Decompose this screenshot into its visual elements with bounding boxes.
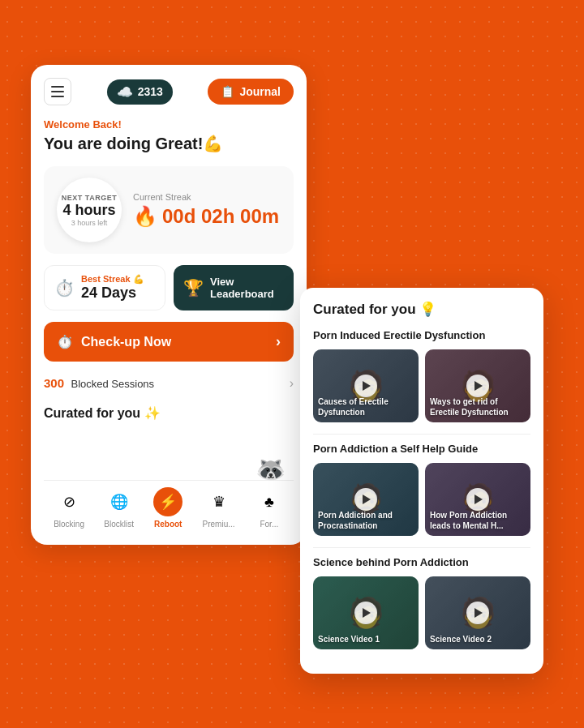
divider-2	[313, 547, 530, 548]
streak-box: NEXT TARGET 4 hours 3 hours left Current…	[44, 166, 294, 254]
video-overlay-3: Porn Addiction and Procrastination	[313, 463, 419, 536]
leaderboard-info: View Leaderboard	[210, 276, 284, 300]
video-title-5: Science Video 1	[318, 634, 414, 644]
menu-button[interactable]	[44, 78, 71, 105]
reboot-icon: ⚡	[159, 493, 177, 511]
video-card-selfhelp-2[interactable]: 🧔 How Porn Addiction leads to Mental H..…	[425, 463, 530, 536]
curated-panel-title: Curated for you 💡	[313, 301, 530, 318]
blocked-chevron: ›	[290, 376, 294, 391]
leaderboard-icon: 🏆	[183, 278, 204, 298]
play-triangle-3	[363, 495, 371, 504]
blocked-number: 300	[44, 376, 64, 390]
next-target-hours: 4 hours	[62, 202, 115, 219]
video-card-erectile-2[interactable]: 🧑 Ways to get rid of Erectile Dysfunctio…	[425, 349, 530, 422]
checkup-button[interactable]: ⏱️ Check-up Now ›	[44, 322, 294, 362]
coins-badge: ☁️ 2313	[107, 79, 173, 105]
video-grid-erectile: 🧑 Causes of Erectile Dysfunction 🧑 Ways	[313, 349, 530, 422]
video-overlay-4: How Porn Addiction leads to Mental H...	[425, 463, 530, 536]
raccoon-emoji: 🦝	[256, 455, 286, 483]
next-target-sub: 3 hours left	[71, 219, 108, 227]
nav-blocking[interactable]: ⊘ Blocking	[54, 487, 84, 529]
video-title-2: Ways to get rid of Erectile Dysfunction	[430, 396, 526, 418]
best-streak-card: ⏱️ Best Streak 💪 24 Days	[44, 265, 165, 310]
nav-reboot[interactable]: ⚡ Reboot	[153, 487, 182, 529]
video-card-science-2[interactable]: 🧑 Science Video 2	[425, 576, 530, 649]
blocklist-icon: 🌐	[110, 493, 128, 511]
coins-value: 2313	[138, 85, 163, 98]
clock-icon: ⏱️	[54, 278, 75, 298]
nav-forum[interactable]: ♣ For...	[255, 487, 284, 529]
section-erectile-title: Porn Induced Erectile Dysfunction	[313, 329, 530, 341]
curated-panel-title-text: Curated for you 💡	[313, 301, 436, 318]
curated-section-main: Curated for you ✨	[44, 405, 294, 421]
video-overlay-2: Ways to get rid of Erectile Dysfunction	[425, 349, 530, 422]
divider-1	[313, 434, 530, 435]
next-target-circle: NEXT TARGET 4 hours 3 hours left	[57, 178, 122, 242]
checkup-icon: ⏱️	[57, 334, 73, 349]
premium-icon-wrap: ♛	[204, 487, 234, 516]
welcome-text: Welcome Back!	[44, 118, 294, 131]
premium-icon: ♛	[213, 493, 225, 511]
journal-label: Journal	[239, 85, 281, 98]
best-streak-value: 24 Days	[81, 285, 144, 302]
leaderboard-label: View Leaderboard	[210, 276, 284, 300]
video-overlay-6: Science Video 2	[425, 576, 530, 649]
blocking-icon-wrap: ⊘	[54, 487, 84, 516]
curated-title-main: Curated for you ✨	[44, 405, 294, 421]
checkup-label: Check-up Now	[81, 335, 171, 349]
section-selfhelp-title: Porn Addiction a Self Help Guide	[313, 443, 530, 455]
video-title-1: Causes of Erectile Dysfunction	[318, 396, 414, 418]
video-title-3: Porn Addiction and Procrastination	[318, 510, 414, 531]
blocked-sessions-row: 300 Blocked Sessions ›	[44, 373, 294, 397]
nav-premium[interactable]: ♛ Premiu...	[203, 487, 235, 529]
play-button-1[interactable]	[354, 375, 377, 397]
current-streak-label: Current Streak	[133, 192, 281, 202]
current-streak-section: Current Streak 🔥 00d 02h 00m	[122, 192, 281, 228]
next-target-label: NEXT TARGET	[62, 194, 117, 202]
curated-panel: Curated for you 💡 Porn Induced Erectile …	[300, 288, 543, 674]
play-button-2[interactable]	[466, 375, 489, 397]
play-triangle-5	[363, 608, 371, 618]
streak-time-value: 00d 02h 00m	[162, 205, 279, 228]
journal-icon: 📋	[221, 85, 234, 98]
best-streak-label: Best Streak 💪	[81, 274, 144, 285]
blocked-count: 300 Blocked Sessions	[44, 376, 154, 391]
reboot-icon-wrap: ⚡	[153, 487, 182, 516]
cloud-icon: ☁️	[117, 84, 133, 100]
best-streak-info: Best Streak 💪 24 Days	[81, 274, 144, 302]
play-button-6[interactable]	[466, 602, 489, 624]
forum-icon: ♣	[264, 494, 274, 511]
stats-row: ⏱️ Best Streak 💪 24 Days 🏆 View Leaderbo…	[44, 265, 294, 310]
nav-blocking-label: Blocking	[54, 520, 84, 529]
fire-icon: 🔥	[133, 205, 157, 228]
checkup-arrow-icon: ›	[276, 333, 281, 350]
video-card-erectile-1[interactable]: 🧑 Causes of Erectile Dysfunction	[313, 349, 419, 422]
blocklist-icon-wrap: 🌐	[105, 487, 134, 516]
forum-icon-wrap: ♣	[255, 487, 284, 516]
hero-subtitle: You are doing Great!💪	[44, 134, 294, 153]
play-button-3[interactable]	[354, 488, 377, 511]
nav-blocklist[interactable]: 🌐 Blocklist	[104, 487, 134, 529]
bottom-nav: ⊘ Blocking 🌐 Blocklist ⚡ Reboot ♛	[44, 480, 294, 532]
play-triangle-4	[474, 495, 483, 504]
play-button-5[interactable]	[354, 602, 377, 624]
video-card-science-1[interactable]: 🧑 Science Video 1	[313, 576, 419, 649]
video-card-selfhelp-1[interactable]: 🧔 Porn Addiction and Procrastination	[313, 463, 419, 536]
nav-blocklist-label: Blocklist	[104, 520, 134, 529]
play-triangle-6	[474, 608, 483, 618]
video-grid-science: 🧑 Science Video 1 🧑 Science Video 2	[313, 576, 530, 649]
nav-reboot-label: Reboot	[154, 520, 182, 529]
play-triangle-2	[474, 381, 483, 391]
blocking-icon: ⊘	[63, 493, 75, 511]
journal-button[interactable]: 📋 Journal	[208, 79, 294, 105]
leaderboard-card[interactable]: 🏆 View Leaderboard	[174, 265, 294, 310]
video-overlay-1: Causes of Erectile Dysfunction	[313, 349, 419, 422]
video-grid-selfhelp: 🧔 Porn Addiction and Procrastination 🧔	[313, 463, 530, 536]
blocked-label: Blocked Sessions	[71, 378, 154, 390]
play-button-4[interactable]	[466, 488, 489, 511]
nav-premium-label: Premiu...	[203, 520, 235, 529]
nav-forum-label: For...	[260, 520, 278, 529]
main-app-card: ☁️ 2313 📋 Journal Welcome Back! You are …	[31, 65, 307, 545]
video-title-4: How Porn Addiction leads to Mental H...	[430, 510, 526, 531]
play-triangle-1	[363, 381, 371, 391]
